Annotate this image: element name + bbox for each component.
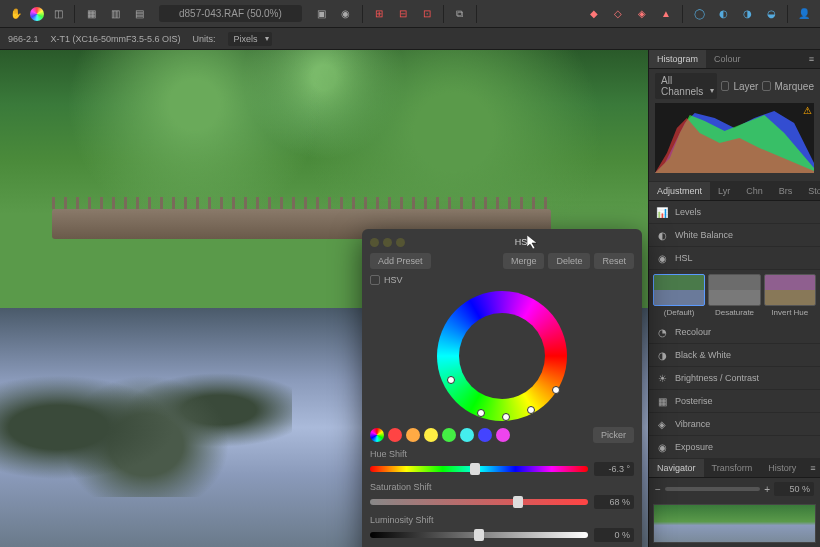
tab-brs[interactable]: Brs	[771, 182, 801, 200]
wheel-node[interactable]	[527, 406, 535, 414]
exposure-icon: ◉	[655, 440, 669, 454]
wheel-node[interactable]	[477, 409, 485, 417]
layer-icon[interactable]: ◇	[608, 4, 628, 24]
tab-history[interactable]: History	[760, 459, 804, 477]
zoom-out-button[interactable]: −	[655, 484, 661, 495]
shape-icon[interactable]: ◯	[689, 4, 709, 24]
layer-icon[interactable]: ▲	[656, 4, 676, 24]
panel-menu-icon[interactable]: ≡	[803, 50, 820, 68]
dialog-title: HSL	[413, 237, 634, 247]
slider-thumb[interactable]	[470, 463, 480, 475]
hue-slider[interactable]	[370, 466, 588, 472]
grid-icon[interactable]: ▤	[129, 4, 149, 24]
grid-icon[interactable]: ▥	[105, 4, 125, 24]
tab-chn[interactable]: Chn	[738, 182, 771, 200]
swatch-green[interactable]	[442, 428, 456, 442]
hsv-label: HSV	[384, 275, 403, 285]
adjustment-exposure[interactable]: ◉Exposure	[649, 436, 820, 459]
slider-thumb[interactable]	[474, 529, 484, 541]
color-wheel[interactable]	[437, 291, 567, 421]
units-dropdown[interactable]: Pixels	[228, 32, 272, 46]
preset-desaturate[interactable]: Desaturate	[708, 274, 760, 317]
tab-transform[interactable]: Transform	[704, 459, 761, 477]
color-tool-icon[interactable]	[30, 7, 44, 21]
swatch-blue[interactable]	[478, 428, 492, 442]
adjustment-hsl[interactable]: ◉HSL	[649, 247, 820, 270]
adjustment-white-balance[interactable]: ◐White Balance	[649, 224, 820, 247]
view-icon[interactable]: ▣	[312, 4, 332, 24]
tab-adjustment[interactable]: Adjustment	[649, 182, 710, 200]
slider-thumb[interactable]	[513, 496, 523, 508]
delete-button[interactable]: Delete	[548, 253, 590, 269]
reset-button[interactable]: Reset	[594, 253, 634, 269]
wheel-node[interactable]	[502, 413, 510, 421]
adjustment-tabs: Adjustment Lyr Chn Brs Stock ≡	[649, 182, 820, 201]
saturation-slider[interactable]	[370, 499, 588, 505]
tab-colour[interactable]: Colour	[706, 50, 749, 68]
adjustment-recolour[interactable]: ◔Recolour	[649, 321, 820, 344]
tab-lyr[interactable]: Lyr	[710, 182, 738, 200]
layer-icon[interactable]: ◆	[584, 4, 604, 24]
wheel-node[interactable]	[447, 376, 455, 384]
navigator-preview[interactable]	[653, 504, 816, 543]
hand-tool-icon[interactable]: ✋	[6, 4, 26, 24]
close-icon[interactable]	[370, 238, 379, 247]
swatch-orange[interactable]	[406, 428, 420, 442]
view-icon[interactable]: ◉	[336, 4, 356, 24]
adjustment-levels[interactable]: 📊Levels	[649, 201, 820, 224]
merge-button[interactable]: Merge	[503, 253, 545, 269]
picker-button[interactable]: Picker	[593, 427, 634, 443]
panel-menu-icon[interactable]: ≡	[804, 459, 820, 477]
tab-stock[interactable]: Stock	[800, 182, 820, 200]
wheel-node[interactable]	[552, 386, 560, 394]
swatch-cyan[interactable]	[460, 428, 474, 442]
hue-value[interactable]: -6.3 °	[594, 462, 634, 476]
preset-default[interactable]: (Default)	[653, 274, 705, 317]
hue-label: Hue Shift	[370, 449, 634, 459]
adjustment-posterise[interactable]: ▦Posterise	[649, 390, 820, 413]
camera-info: X-T1 (XC16-50mmF3.5-5.6 OIS)	[51, 34, 181, 44]
shape-icon[interactable]: ◑	[737, 4, 757, 24]
luminosity-label: Luminosity Shift	[370, 515, 634, 525]
separator	[787, 5, 788, 23]
align-icon[interactable]: ⊞	[369, 4, 389, 24]
minimize-icon[interactable]	[383, 238, 392, 247]
swatch-magenta[interactable]	[496, 428, 510, 442]
filename-display[interactable]: d857-043.RAF (50.0%)	[159, 5, 302, 22]
layer-checkbox[interactable]	[721, 81, 729, 91]
hsl-presets: (Default) Desaturate Invert Hue	[649, 270, 820, 321]
align-icon[interactable]: ⊟	[393, 4, 413, 24]
add-preset-button[interactable]: Add Preset	[370, 253, 431, 269]
swatch-yellow[interactable]	[424, 428, 438, 442]
luminosity-slider[interactable]	[370, 532, 588, 538]
adjustment-black-white[interactable]: ◑Black & White	[649, 344, 820, 367]
zoom-value[interactable]: 50 %	[774, 482, 814, 496]
marquee-checkbox[interactable]	[762, 81, 770, 91]
tab-histogram[interactable]: Histogram	[649, 50, 706, 68]
adjustment-vibrance[interactable]: ◈Vibrance	[649, 413, 820, 436]
saturation-label: Saturation Shift	[370, 482, 634, 492]
swatch-red[interactable]	[388, 428, 402, 442]
info-bar: 966-2.1 X-T1 (XC16-50mmF3.5-5.6 OIS) Uni…	[0, 28, 820, 50]
channel-dropdown[interactable]: All Channels	[655, 73, 717, 99]
maximize-icon[interactable]	[396, 238, 405, 247]
crop-tool-icon[interactable]: ◫	[48, 4, 68, 24]
wb-icon: ◐	[655, 228, 669, 242]
luminosity-value[interactable]: 0 %	[594, 528, 634, 542]
tab-navigator[interactable]: Navigator	[649, 459, 704, 477]
layer-icon[interactable]: ◈	[632, 4, 652, 24]
zoom-slider[interactable]	[665, 487, 760, 491]
shape-icon[interactable]: ◒	[761, 4, 781, 24]
link-icon[interactable]: ⧉	[450, 4, 470, 24]
preset-invert[interactable]: Invert Hue	[764, 274, 816, 317]
align-icon[interactable]: ⊡	[417, 4, 437, 24]
hsv-checkbox[interactable]	[370, 275, 380, 285]
saturation-value[interactable]: 68 %	[594, 495, 634, 509]
grid-icon[interactable]: ▦	[81, 4, 101, 24]
vibrance-icon: ◈	[655, 417, 669, 431]
user-icon[interactable]: 👤	[794, 4, 814, 24]
adjustment-brightness[interactable]: ☀Brightness / Contrast	[649, 367, 820, 390]
swatch-all[interactable]	[370, 428, 384, 442]
zoom-in-button[interactable]: +	[764, 484, 770, 495]
shape-icon[interactable]: ◐	[713, 4, 733, 24]
